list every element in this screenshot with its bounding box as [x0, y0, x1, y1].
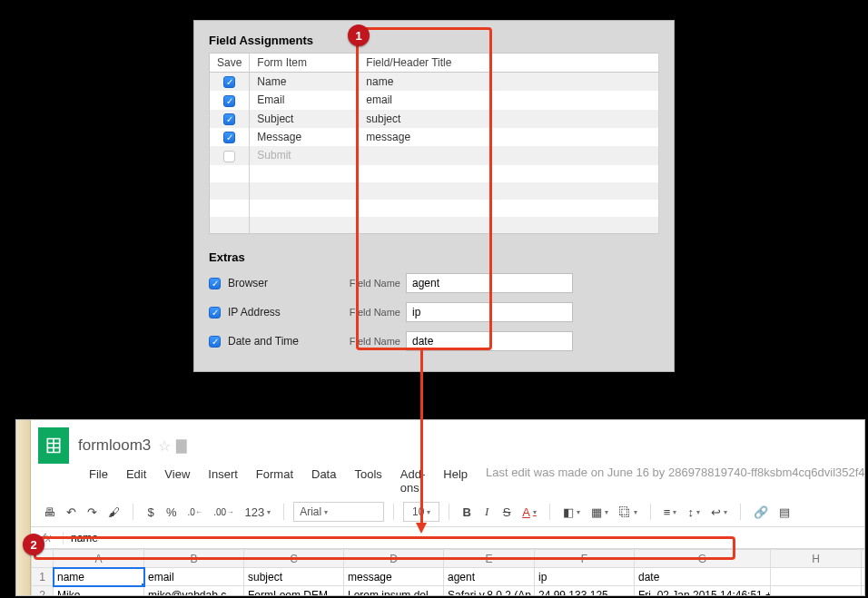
undo-icon[interactable]: ↶ [63, 503, 80, 521]
sheets-icon [38, 427, 69, 464]
doc-title[interactable]: formloom3 [78, 436, 151, 455]
save-checkbox[interactable]: ✓ [223, 113, 235, 125]
annotation-box-1 [356, 27, 492, 350]
menu-format[interactable]: Format [247, 466, 302, 496]
cell-B1[interactable]: email [144, 568, 244, 586]
left-strip [16, 420, 31, 595]
col-header-H[interactable]: H [771, 550, 862, 568]
halign-button[interactable]: ≡ [660, 503, 681, 521]
cell-E1[interactable]: agent [444, 568, 535, 586]
row-header-1[interactable]: 1 [32, 568, 54, 586]
extra-checkbox[interactable]: ✓ [209, 336, 221, 348]
menu-file[interactable]: File [80, 466, 117, 496]
save-checkbox[interactable] [223, 151, 235, 162]
cell-I2[interactable] [862, 586, 866, 597]
strike-button[interactable]: S [498, 503, 515, 521]
menu-view[interactable]: View [155, 466, 199, 496]
menu-insert[interactable]: Insert [199, 466, 247, 496]
toolbar: 🖶 ↶ ↷ 🖌 $ % .0← .00→ 123 Arial 10 B I S … [31, 496, 864, 527]
form-item-cell: Message [250, 128, 359, 146]
menu-edit[interactable]: Edit [117, 466, 155, 496]
cell-C2[interactable]: FormLoom DEM [244, 586, 344, 597]
cell-F1[interactable]: ip [535, 568, 635, 586]
borders-button[interactable]: ▦ [587, 503, 612, 521]
fill-color-button[interactable]: ◧ [559, 503, 584, 521]
form-item-cell: Name [250, 73, 359, 92]
form-item-cell: Subject [250, 110, 359, 128]
col-save: Save [210, 54, 250, 73]
cell-A2[interactable]: Mike [54, 586, 144, 597]
cell-G1[interactable]: date [635, 568, 771, 586]
comment-icon[interactable]: ▤ [775, 503, 794, 521]
spreadsheet-window: formloom3 ☆ ▇ FileEditViewInsertFormatDa… [15, 419, 865, 596]
valign-button[interactable]: ↕ [684, 503, 704, 521]
italic-button[interactable]: I [478, 503, 495, 521]
font-family-select[interactable]: Arial [293, 502, 384, 522]
wrap-button[interactable]: ↩ [707, 503, 731, 521]
save-checkbox[interactable]: ✓ [223, 132, 235, 143]
cell-F2[interactable]: 24.99.133.125 [535, 586, 635, 597]
cell-D2[interactable]: Lorem ipsum dol [344, 586, 444, 597]
cell-G2[interactable]: Fri, 02 Jan 2015 14:46:51 +0000 [635, 586, 771, 597]
menu-add-ons[interactable]: Add-ons [391, 466, 434, 496]
menubar: FileEditViewInsertFormatDataToolsAdd-ons… [31, 466, 864, 496]
redo-icon[interactable]: ↷ [84, 503, 101, 521]
number-format-button[interactable]: 123 [241, 503, 274, 521]
annotation-box-2 [34, 536, 735, 560]
menu-data[interactable]: Data [302, 466, 345, 496]
extra-checkbox[interactable]: ✓ [209, 307, 221, 319]
annotation-arrow-line [420, 350, 423, 524]
cell-B2[interactable]: mike@yabdab.c [144, 586, 244, 597]
extra-label: IP Address [228, 306, 346, 319]
merge-button[interactable]: ⿻ [616, 503, 641, 521]
annotation-marker-2: 2 [23, 534, 44, 555]
save-checkbox[interactable]: ✓ [223, 76, 235, 88]
row-header-2[interactable]: 2 [32, 586, 54, 597]
text-color-button[interactable]: A [518, 503, 540, 521]
form-item-cell: Email [250, 91, 359, 109]
folder-icon[interactable]: ▇ [176, 437, 187, 454]
cell-D1[interactable]: message [344, 568, 444, 586]
col-form-item: Form Item [250, 54, 359, 73]
menu-help[interactable]: Help [434, 466, 477, 496]
titlebar: formloom3 ☆ ▇ [31, 420, 864, 466]
extra-checkbox[interactable]: ✓ [209, 278, 221, 289]
cell-H1[interactable] [771, 568, 862, 586]
col-header-I[interactable]: I [862, 550, 866, 568]
extra-label: Date and Time [228, 335, 346, 348]
extra-label: Browser [228, 277, 346, 289]
link-icon[interactable]: 🔗 [750, 503, 772, 521]
cell-C1[interactable]: subject [244, 568, 344, 586]
annotation-arrow-head [416, 523, 427, 534]
cell-A1[interactable]: name [54, 568, 144, 586]
print-icon[interactable]: 🖶 [40, 503, 59, 521]
star-icon[interactable]: ☆ [158, 437, 171, 455]
menu-tools[interactable]: Tools [345, 466, 390, 496]
bold-button[interactable]: B [459, 503, 475, 521]
paint-format-icon[interactable]: 🖌 [104, 503, 123, 521]
save-checkbox[interactable]: ✓ [223, 95, 235, 107]
format-currency-button[interactable]: $ [143, 503, 159, 521]
cell-E2[interactable]: Safari v.8.0.2 (Ap [444, 586, 535, 597]
format-percent-button[interactable]: % [163, 503, 181, 521]
cell-H2[interactable] [771, 586, 862, 597]
annotation-marker-1: 1 [348, 25, 370, 46]
cell-I1[interactable] [862, 568, 866, 586]
form-item-cell: Submit [250, 146, 359, 164]
increase-decimal-button[interactable]: .00→ [210, 503, 237, 521]
last-edit-text: Last edit was made on June 16 by 2869788… [486, 466, 865, 496]
decrease-decimal-button[interactable]: .0← [184, 503, 207, 521]
